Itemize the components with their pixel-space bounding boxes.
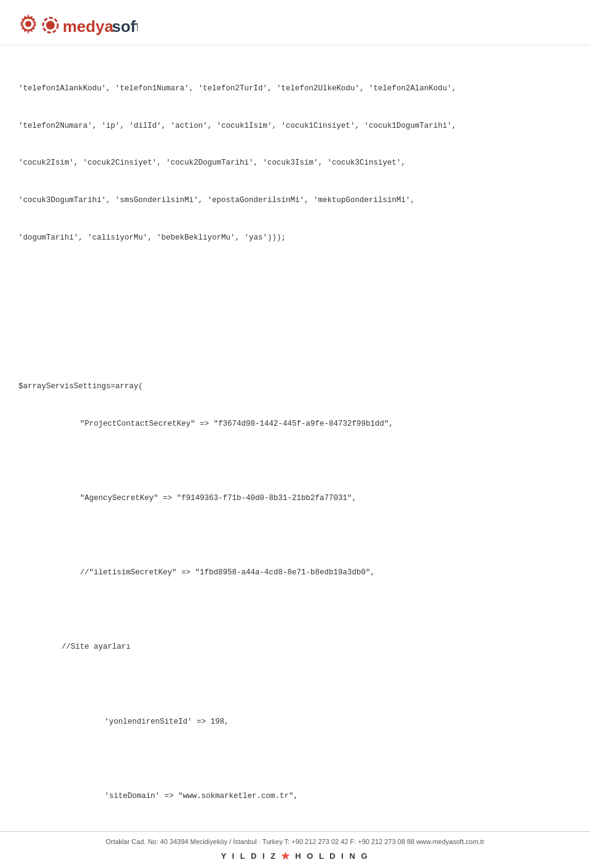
logo: medya soft — [18, 11, 138, 39]
code-line-19 — [18, 753, 572, 765]
code-line-11 — [18, 455, 572, 467]
code-line-15 — [18, 604, 572, 617]
code-line-12: "AgencySecretKey" => "f9149363-f71b-40d0… — [18, 492, 572, 505]
code-line-6 — [18, 268, 572, 281]
svg-point-2 — [46, 21, 55, 29]
code-line-14: //"iletisimSecretKey" => "1fbd8958-a44a-… — [18, 566, 572, 579]
code-line-17 — [18, 678, 572, 691]
code-line-8 — [18, 343, 572, 356]
footer-star-icon: ★ — [281, 850, 291, 862]
holding-text-right: H O L D I N G — [295, 851, 369, 861]
logo-brand: medya soft — [39, 11, 138, 39]
logo-svg: medya soft — [39, 11, 138, 39]
code-line-4: 'cocuk3DogumTarihi', 'smsGonderilsinMi',… — [18, 194, 572, 207]
code-line-13 — [18, 530, 572, 542]
code-line-2: 'telefon2Numara', 'ip', 'dilId', 'action… — [18, 120, 572, 133]
footer: Ortaklar Cad. No: 40 34394 Mecidiyeköy /… — [0, 831, 590, 868]
svg-text:soft: soft — [112, 17, 138, 36]
svg-point-0 — [25, 21, 31, 27]
holding-text-left: Y I L D I Z — [221, 851, 277, 861]
code-line-16: //Site ayarları — [18, 641, 572, 654]
code-line-3: 'cocuk2Isim', 'cocuk2Cinsiyet', 'cocuk2D… — [18, 157, 572, 170]
code-line-18: 'yonlendirenSiteId' => 198, — [18, 716, 572, 729]
code-line-20: 'siteDomain' => "www.sokmarketler.com.tr… — [18, 790, 572, 803]
svg-text:medya: medya — [63, 17, 114, 36]
footer-holding: Y I L D I Z ★ H O L D I N G — [221, 850, 369, 862]
code-line-1: 'telefon1AlankKodu', 'telefon1Numara', '… — [18, 82, 572, 95]
code-area: 'telefon1AlankKodu', 'telefon1Numara', '… — [0, 45, 590, 868]
code-line-7 — [18, 306, 572, 319]
code-line-9: $arrayServisSettings=array( — [18, 380, 572, 393]
header: medya soft — [0, 0, 590, 45]
footer-address: Ortaklar Cad. No: 40 34394 Mecidiyeköy /… — [106, 838, 484, 845]
logo-icon — [18, 14, 38, 34]
code-block: 'telefon1AlankKodu', 'telefon1Numara', '… — [18, 58, 572, 868]
code-line-5: 'dogumTarihi', 'calisiyorMu', 'bebekBekl… — [18, 232, 572, 244]
code-line-10: "ProjectContactSecretKey" => "f3674d98-1… — [18, 418, 572, 431]
main-content: 'telefon1AlankKodu', 'telefon1Numara', '… — [0, 45, 590, 868]
